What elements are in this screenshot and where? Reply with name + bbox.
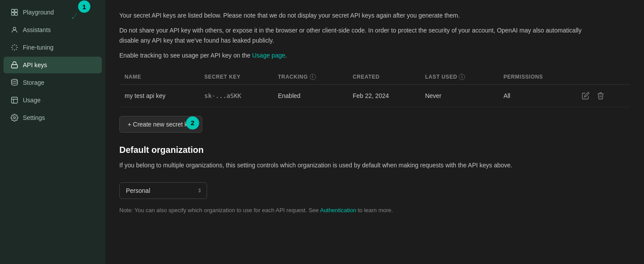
note-text: Note: You can also specify which organiz… — [119, 206, 630, 215]
sidebar-item-label: Playground — [23, 9, 54, 16]
info-text-3-prefix: Enable tracking to see usage per API key… — [119, 52, 252, 59]
last-used-info-icon[interactable]: i — [459, 74, 465, 80]
info-text-1: Your secret API keys are listed below. P… — [119, 11, 602, 20]
create-button-wrapper: + Create new secret key 2 — [119, 116, 202, 133]
key-secret: sk-...aSKK — [199, 84, 273, 107]
col-permissions: PERMISSIONS — [498, 69, 576, 85]
delete-key-button[interactable] — [596, 91, 605, 101]
storage-icon — [11, 79, 18, 87]
key-permissions: All — [498, 84, 576, 107]
col-last-used: LAST USED i — [420, 69, 498, 85]
usage-page-link[interactable]: Usage page — [252, 52, 286, 59]
svg-rect-3 — [15, 13, 18, 15]
svg-point-9 — [14, 117, 16, 119]
key-created: Feb 22, 2024 — [347, 84, 420, 107]
key-name: my test api key — [119, 84, 199, 107]
annotation-badge-1: 1 — [78, 0, 90, 13]
sidebar-item-storage[interactable]: Storage — [4, 74, 102, 91]
settings-icon — [11, 114, 18, 122]
tracking-info-icon[interactable]: i — [310, 74, 316, 80]
col-actions — [576, 69, 630, 85]
default-org-title: Default organization — [119, 145, 630, 155]
info-text-3: Enable tracking to see usage per API key… — [119, 51, 602, 60]
usage-icon — [11, 96, 18, 104]
row-actions — [581, 91, 625, 101]
info-text-3-suffix: . — [285, 52, 287, 59]
col-created: CREATED — [347, 69, 420, 85]
table-row: my test api key sk-...aSKK Enabled Feb 2… — [119, 84, 630, 107]
svg-point-5 — [13, 27, 16, 30]
svg-rect-6 — [11, 65, 18, 68]
key-last-used: Never — [420, 84, 498, 107]
api-keys-table: NAME SECRET KEY TRACKING i CREATED LAST … — [119, 69, 630, 107]
svg-rect-8 — [11, 97, 18, 103]
authentication-link[interactable]: Authentication — [320, 207, 356, 213]
note-text-prefix: Note: You can also specify which organiz… — [119, 207, 320, 213]
fine-tuning-icon — [11, 43, 18, 51]
sidebar-item-usage[interactable]: Usage — [4, 92, 102, 108]
col-secret-key: SECRET KEY — [199, 69, 273, 85]
sidebar-item-label: Storage — [23, 79, 44, 86]
playground-icon — [11, 8, 18, 16]
assistants-icon — [11, 26, 18, 34]
sidebar-item-assistants[interactable]: Assistants — [4, 22, 102, 38]
key-tracking: Enabled — [272, 84, 347, 107]
sidebar-item-label: Assistants — [23, 26, 51, 33]
sidebar: Playground 1 Assistants — [0, 0, 105, 264]
api-keys-icon — [11, 61, 18, 69]
default-org-description: If you belong to multiple organizations,… — [119, 160, 602, 170]
svg-rect-2 — [11, 13, 14, 15]
sidebar-item-fine-tuning[interactable]: Fine-tuning — [4, 39, 102, 56]
svg-point-7 — [11, 80, 18, 82]
main-content: Your secret API keys are listed below. P… — [105, 0, 644, 264]
col-tracking: TRACKING i — [272, 69, 347, 85]
org-select[interactable]: Personal — [119, 182, 207, 199]
sidebar-item-playground[interactable]: Playground 1 — [4, 4, 102, 21]
sidebar-item-label: API keys — [23, 61, 47, 69]
svg-rect-0 — [11, 9, 14, 12]
info-text-2: Do not share your API key with others, o… — [119, 25, 602, 45]
sidebar-item-label: Settings — [23, 114, 45, 121]
svg-rect-1 — [15, 9, 18, 12]
sidebar-item-settings[interactable]: Settings — [4, 109, 102, 126]
note-text-suffix: to learn more. — [356, 207, 393, 213]
col-name: NAME — [119, 69, 199, 85]
sidebar-item-api-keys[interactable]: API keys — [4, 57, 102, 73]
create-secret-key-button[interactable]: + Create new secret key — [119, 116, 202, 133]
org-select-wrapper: Personal ⇕ — [119, 182, 207, 199]
annotation-arrow-1 — [74, 13, 82, 21]
sidebar-item-label: Fine-tuning — [23, 44, 54, 51]
sidebar-item-label: Usage — [23, 97, 40, 104]
edit-key-button[interactable] — [581, 91, 590, 101]
